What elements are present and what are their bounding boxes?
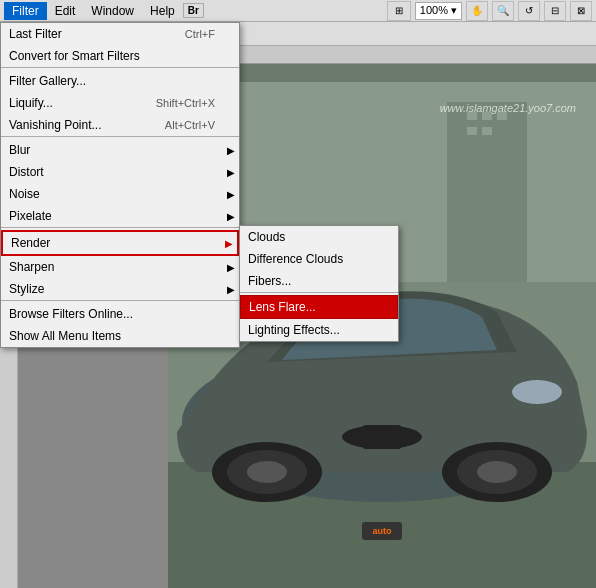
menu-item-smart-filters[interactable]: Convert for Smart Filters — [1, 45, 239, 68]
render-arrow: ▶ — [225, 238, 233, 249]
menu-item-liquify[interactable]: Liquify... Shift+Ctrl+X — [1, 92, 239, 114]
grid-icon[interactable]: ⊞ — [387, 1, 411, 21]
watermark: www.islamgate21.yoo7.com — [440, 102, 576, 114]
menu-item-vanishing-point[interactable]: Vanishing Point... Alt+Ctrl+V — [1, 114, 239, 137]
menu-help[interactable]: Help — [142, 2, 183, 20]
submenu-item-diff-clouds[interactable]: Difference Clouds — [240, 248, 398, 270]
render-submenu: Clouds Difference Clouds Fibers... Lens … — [239, 225, 399, 342]
svg-text:auto: auto — [373, 526, 393, 536]
rotate-tool[interactable]: ↺ — [518, 1, 540, 21]
submenu-item-fibers[interactable]: Fibers... — [240, 270, 398, 293]
hand-tool[interactable]: ✋ — [466, 1, 488, 21]
menu-item-sharpen[interactable]: Sharpen ▶ — [1, 256, 239, 278]
distort-label: Distort — [9, 165, 44, 179]
menu-item-filter-gallery[interactable]: Filter Gallery... — [1, 70, 239, 92]
svg-point-17 — [477, 461, 517, 483]
svg-point-14 — [247, 461, 287, 483]
browse-filters-label: Browse Filters Online... — [9, 307, 133, 321]
fibers-label: Fibers... — [248, 274, 291, 288]
show-all-label: Show All Menu Items — [9, 329, 121, 343]
lighting-label: Lighting Effects... — [248, 323, 340, 337]
menu-filter[interactable]: Filter — [4, 2, 47, 20]
arrange-icon[interactable]: ⊠ — [570, 1, 592, 21]
sharpen-arrow: ▶ — [227, 262, 235, 273]
blur-label: Blur — [9, 143, 30, 157]
menu-br[interactable]: Br — [183, 3, 204, 18]
submenu-item-clouds[interactable]: Clouds — [240, 226, 398, 248]
pixelate-arrow: ▶ — [227, 211, 235, 222]
clouds-label: Clouds — [248, 230, 285, 244]
zoom-dropdown[interactable]: 100% ▾ — [415, 2, 462, 20]
menu-edit[interactable]: Edit — [47, 2, 84, 20]
menu-window[interactable]: Window — [83, 2, 142, 20]
menu-item-show-all[interactable]: Show All Menu Items — [1, 325, 239, 347]
pixelate-label: Pixelate — [9, 209, 52, 223]
svg-rect-6 — [467, 127, 477, 135]
distort-arrow: ▶ — [227, 167, 235, 178]
filter-gallery-label: Filter Gallery... — [9, 74, 86, 88]
filter-dropdown: Last Filter Ctrl+F Convert for Smart Fil… — [0, 22, 240, 348]
submenu-item-lens-flare[interactable]: Lens Flare... — [240, 295, 398, 319]
menu-item-blur[interactable]: Blur ▶ — [1, 139, 239, 161]
noise-label: Noise — [9, 187, 40, 201]
liquify-shortcut: Shift+Ctrl+X — [156, 97, 215, 109]
stylize-label: Stylize — [9, 282, 44, 296]
svg-rect-7 — [482, 127, 492, 135]
last-filter-shortcut: Ctrl+F — [185, 28, 215, 40]
vanishing-point-label: Vanishing Point... — [9, 118, 102, 132]
vanishing-point-shortcut: Alt+Ctrl+V — [165, 119, 215, 131]
render-label: Render — [11, 236, 50, 250]
noise-arrow: ▶ — [227, 189, 235, 200]
last-filter-label: Last Filter — [9, 27, 62, 41]
liquify-label: Liquify... — [9, 96, 53, 110]
menu-bar: Filter Edit Window Help Br ⊞ 100% ▾ ✋ 🔍 … — [0, 0, 596, 22]
menu-item-noise[interactable]: Noise ▶ — [1, 183, 239, 205]
sharpen-label: Sharpen — [9, 260, 54, 274]
menu-item-pixelate[interactable]: Pixelate ▶ — [1, 205, 239, 228]
menu-item-distort[interactable]: Distort ▶ — [1, 161, 239, 183]
svg-point-18 — [512, 380, 562, 404]
blur-arrow: ▶ — [227, 145, 235, 156]
zoom-tool[interactable]: 🔍 — [492, 1, 514, 21]
layout-icon[interactable]: ⊟ — [544, 1, 566, 21]
smart-filters-label: Convert for Smart Filters — [9, 49, 140, 63]
menu-item-stylize[interactable]: Stylize ▶ — [1, 278, 239, 301]
menu-item-render[interactable]: Render ▶ — [1, 230, 239, 256]
diff-clouds-label: Difference Clouds — [248, 252, 343, 266]
stylize-arrow: ▶ — [227, 284, 235, 295]
submenu-item-lighting[interactable]: Lighting Effects... — [240, 319, 398, 341]
menu-item-last-filter[interactable]: Last Filter Ctrl+F — [1, 23, 239, 45]
lens-flare-label: Lens Flare... — [249, 300, 316, 314]
svg-rect-11 — [362, 425, 402, 449]
menu-item-browse-filters[interactable]: Browse Filters Online... — [1, 303, 239, 325]
toolbar-right: ⊞ 100% ▾ ✋ 🔍 ↺ ⊟ ⊠ — [387, 1, 592, 21]
